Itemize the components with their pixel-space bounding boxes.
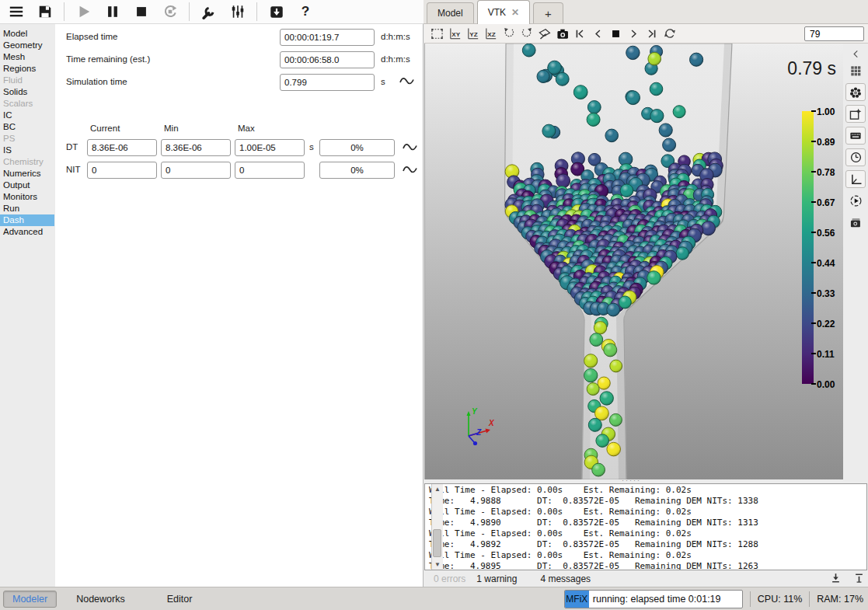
time-label-button[interactable]	[845, 148, 866, 166]
messages-count[interactable]: 4 messages	[540, 573, 591, 584]
sidebar-item-monitors[interactable]: Monitors	[0, 191, 54, 203]
colorbar-tick-label: 0.44	[817, 258, 843, 269]
frame-first-button[interactable]	[571, 26, 589, 42]
nit-min-field[interactable]	[161, 162, 231, 179]
scroll-up-icon[interactable]: ▲	[432, 484, 443, 494]
plane-xz-icon: XZ	[484, 27, 498, 40]
sidebar-item-is[interactable]: IS	[0, 145, 54, 156]
time-remaining-field[interactable]	[280, 51, 375, 68]
scroll-to-bottom-icon[interactable]	[829, 572, 843, 585]
errors-count[interactable]: 0 errors	[434, 573, 465, 584]
elapsed-time-field[interactable]	[280, 29, 375, 46]
tab-model[interactable]: Model	[427, 2, 474, 23]
console-scrollbar[interactable]: ▲ ▼	[431, 484, 443, 570]
mode-button-modeler[interactable]: Modeler	[3, 591, 57, 608]
sidebar-item-scalars: Scalars	[0, 98, 54, 110]
sidebar-item-output[interactable]: Output	[0, 180, 54, 191]
axes-icon	[849, 173, 863, 186]
play-circle-button[interactable]	[845, 192, 866, 210]
frame-number-field[interactable]	[804, 26, 864, 41]
frame-next-button[interactable]	[625, 26, 643, 42]
console-splitter-handle[interactable]: ·····	[622, 479, 643, 483]
tab-close-icon[interactable]: ✕	[511, 7, 519, 18]
console-line: Time: 4.9890 DT: 0.83572E-05 Remaining D…	[429, 518, 866, 528]
col-header-min: Min	[164, 124, 179, 133]
sidebar-item-run[interactable]: Run	[0, 203, 54, 214]
sidebar-item-regions[interactable]: Regions	[0, 63, 54, 75]
frame-prev-button[interactable]	[589, 26, 607, 42]
plot-dt-icon[interactable]	[403, 141, 418, 154]
play-circle-icon	[849, 194, 863, 207]
collapse-chevron-button[interactable]	[845, 45, 866, 63]
sidebar-item-bc[interactable]: BC	[0, 121, 54, 133]
scrollbar-thumb[interactable]	[433, 529, 441, 557]
rotate-ccw-icon	[503, 27, 515, 40]
mode-button-editor[interactable]: Editor	[159, 591, 201, 607]
colorbar-tick-mark	[811, 292, 816, 294]
pause-icon	[105, 4, 120, 19]
frame-next-icon	[628, 28, 640, 40]
sidebar-item-dash[interactable]: Dash	[0, 214, 54, 226]
scroll-to-top-icon[interactable]	[852, 572, 866, 585]
nit-max-field[interactable]	[235, 162, 305, 179]
time-remaining-label: Time remaining (est.)	[66, 54, 150, 64]
console-line: Time: 4.9892 DT: 0.83572E-05 Remaining D…	[429, 539, 866, 550]
stop-button[interactable]	[127, 2, 155, 23]
geometry-button[interactable]	[845, 105, 866, 123]
reset-icon	[162, 4, 178, 19]
particles-button[interactable]	[845, 83, 866, 101]
nit-current-field[interactable]	[87, 162, 157, 179]
svg-text:?: ?	[301, 4, 309, 19]
ram-usage: RAM: 17%	[817, 594, 863, 605]
simulation-time-field[interactable]	[280, 74, 375, 91]
screenshot-button[interactable]	[845, 214, 866, 232]
parameters-button[interactable]	[223, 2, 252, 23]
mode-button-nodeworks[interactable]: Nodeworks	[68, 591, 134, 607]
dt-current-field[interactable]	[87, 139, 157, 156]
color-scale-bar	[802, 111, 814, 384]
perspective-button[interactable]	[535, 26, 553, 42]
svg-text:XZ: XZ	[487, 30, 495, 37]
sidebar-item-model[interactable]: Model	[0, 28, 54, 40]
run-console-output[interactable]: Wall Time - Elapsed: 0.00s Est. Remainin…	[424, 483, 867, 570]
plane-xy-button[interactable]: XY	[446, 26, 464, 42]
plane-xy-icon: XY	[448, 27, 462, 40]
update-button[interactable]	[262, 2, 291, 23]
menu-button[interactable]	[2, 2, 30, 23]
vtk-render-view[interactable]: YXZ 0.79 s 1.000.890.780.670.560.440.330…	[424, 44, 843, 479]
frame-refresh-button[interactable]	[661, 26, 678, 42]
sidebar-item-ic[interactable]: IC	[0, 110, 54, 121]
toolbar-separator	[64, 2, 64, 21]
frame-stop-button[interactable]	[607, 26, 625, 42]
scroll-down-icon[interactable]: ▼	[432, 559, 443, 570]
sidebar-item-mesh[interactable]: Mesh	[0, 51, 54, 63]
plot-nit-icon[interactable]	[403, 164, 418, 176]
new-tab-button[interactable]: +	[533, 2, 563, 23]
sidebar-item-advanced[interactable]: Advanced	[0, 226, 54, 238]
color-bar-icon	[849, 129, 863, 142]
dt-min-field[interactable]	[161, 139, 231, 156]
sidebar-item-solids[interactable]: Solids	[0, 86, 54, 98]
help-button[interactable]: ?	[291, 2, 319, 23]
build-button[interactable]	[194, 2, 223, 23]
axes-button[interactable]	[845, 170, 866, 188]
mfix-badge: MFiX	[565, 591, 589, 608]
rotate-cw-button[interactable]	[518, 26, 535, 42]
snapshot-button[interactable]	[553, 26, 571, 42]
frame-last-button[interactable]	[643, 26, 661, 42]
fit-view-button[interactable]	[428, 26, 446, 42]
sidebar-item-geometry[interactable]: Geometry	[0, 40, 54, 51]
pause-button[interactable]	[98, 2, 127, 23]
nit-row-label: NIT	[66, 165, 81, 174]
plane-xz-button[interactable]: XZ	[482, 26, 500, 42]
warnings-count[interactable]: 1 warning	[476, 573, 517, 584]
sidebar-item-numerics[interactable]: Numerics	[0, 168, 54, 180]
grid-button[interactable]	[845, 62, 866, 80]
dt-max-field[interactable]	[235, 139, 305, 156]
plot-simulation-time-icon[interactable]	[399, 75, 415, 88]
plane-yz-button[interactable]: YZ	[464, 26, 482, 42]
color-bar-button[interactable]	[845, 127, 866, 145]
tab-vtk[interactable]: VTK✕	[477, 0, 530, 24]
save-button[interactable]	[30, 2, 59, 23]
rotate-ccw-button[interactable]	[500, 26, 518, 42]
